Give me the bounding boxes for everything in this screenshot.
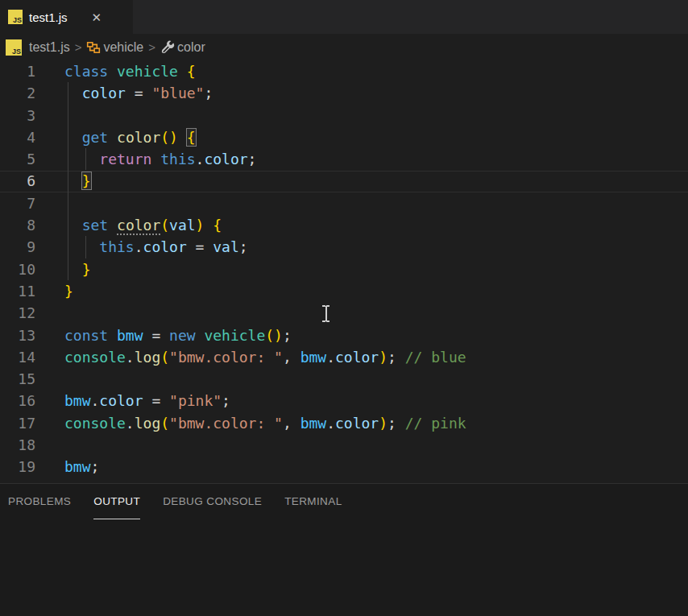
- line-number[interactable]: 11: [0, 280, 35, 302]
- line-number[interactable]: 6: [0, 170, 35, 192]
- code-line[interactable]: 17console.log("bmw.color: ", bmw.color);…: [0, 412, 688, 434]
- panel-tab-terminal[interactable]: TERMINAL: [284, 484, 342, 519]
- code-text: }: [64, 258, 91, 280]
- code-lines: 1class vehicle {2 color = "blue";34 get …: [0, 60, 688, 478]
- code-text: return this.color;: [64, 148, 256, 170]
- code-text: console.log("bmw.color: ", bmw.color); /…: [64, 346, 466, 368]
- code-line[interactable]: 1class vehicle {: [0, 60, 688, 82]
- panel-tab-debug-console[interactable]: DEBUG CONSOLE: [163, 484, 262, 519]
- code-line[interactable]: 18: [0, 434, 688, 456]
- code-line[interactable]: 19bmw;: [0, 456, 688, 478]
- symbol-property-wrench-icon: [160, 40, 175, 55]
- line-number[interactable]: 4: [0, 126, 35, 148]
- javascript-file-icon: JS: [6, 39, 22, 56]
- line-number[interactable]: 10: [0, 258, 35, 280]
- panel-tab-problems[interactable]: PROBLEMS: [8, 484, 71, 519]
- code-line[interactable]: 15: [0, 368, 688, 390]
- code-text: get color() {: [64, 126, 196, 148]
- code-line[interactable]: 11}: [0, 280, 688, 302]
- breadcrumb: JS test1.js > vehicle > color: [0, 34, 688, 60]
- code-line[interactable]: 13const bmw = new vehicle();: [0, 325, 688, 346]
- code-text: }: [64, 170, 91, 192]
- line-number[interactable]: 1: [0, 60, 35, 82]
- code-line[interactable]: 10 }: [0, 258, 688, 280]
- code-text: bmw;: [64, 456, 99, 478]
- code-text: class vehicle {: [64, 60, 196, 82]
- line-number[interactable]: 18: [0, 434, 35, 456]
- chevron-right-icon: >: [75, 40, 82, 54]
- code-line[interactable]: 5 return this.color;: [0, 148, 688, 170]
- line-number[interactable]: 7: [0, 192, 35, 214]
- chevron-right-icon: >: [148, 40, 155, 54]
- code-line[interactable]: 4 get color() {: [0, 126, 688, 148]
- line-number[interactable]: 16: [0, 390, 35, 411]
- line-number[interactable]: 14: [0, 346, 35, 368]
- line-number[interactable]: 2: [0, 82, 35, 104]
- code-text: }: [64, 280, 73, 302]
- code-text: set color(val) {: [64, 214, 222, 236]
- javascript-file-icon: JS: [8, 10, 23, 24]
- panel-tab-output[interactable]: OUTPUT: [93, 484, 140, 519]
- breadcrumb-item-class[interactable]: vehicle: [86, 40, 143, 55]
- symbol-class-icon: [86, 40, 101, 55]
- code-line[interactable]: 7: [0, 192, 688, 214]
- line-number[interactable]: 5: [0, 148, 35, 170]
- code-text: color = "blue";: [64, 82, 213, 104]
- tab-test1js[interactable]: JS test1.js ✕: [0, 0, 133, 34]
- breadcrumb-item-property[interactable]: color: [160, 40, 205, 55]
- line-number[interactable]: 15: [0, 368, 35, 390]
- breadcrumb-item-file[interactable]: JS test1.js: [6, 39, 70, 56]
- line-number[interactable]: 9: [0, 236, 35, 258]
- code-text: console.log("bmw.color: ", bmw.color); /…: [64, 412, 466, 434]
- breadcrumb-property-label: color: [177, 40, 205, 55]
- tab-label: test1.js: [29, 10, 68, 24]
- code-line[interactable]: 6 }: [0, 170, 688, 192]
- code-line[interactable]: 9 this.color = val;: [0, 236, 688, 258]
- code-line[interactable]: 16bmw.color = "pink";: [0, 390, 688, 411]
- line-number[interactable]: 19: [0, 456, 35, 478]
- vscode-window: JS test1.js ✕ JS test1.js > vehicle > co…: [0, 0, 688, 616]
- code-line[interactable]: 14console.log("bmw.color: ", bmw.color);…: [0, 346, 688, 368]
- line-number[interactable]: 3: [0, 105, 35, 126]
- code-line[interactable]: 2 color = "blue";: [0, 82, 688, 104]
- line-number[interactable]: 8: [0, 214, 35, 236]
- bottom-panel: PROBLEMSOUTPUTDEBUG CONSOLETERMINAL: [0, 483, 688, 616]
- code-editor[interactable]: 1class vehicle {2 color = "blue";34 get …: [0, 60, 688, 483]
- code-line[interactable]: 8 set color(val) {: [0, 214, 688, 236]
- close-icon[interactable]: ✕: [92, 11, 102, 23]
- code-text: bmw.color = "pink";: [64, 390, 230, 411]
- code-text: this.color = val;: [64, 236, 248, 258]
- breadcrumb-file-label: test1.js: [29, 40, 70, 55]
- line-number[interactable]: 13: [0, 325, 35, 346]
- code-text: const bmw = new vehicle();: [64, 325, 292, 346]
- breadcrumb-class-label: vehicle: [103, 40, 143, 55]
- editor-tab-bar: JS test1.js ✕: [0, 0, 688, 34]
- line-number[interactable]: 12: [0, 302, 35, 324]
- panel-tab-bar: PROBLEMSOUTPUTDEBUG CONSOLETERMINAL: [0, 484, 688, 519]
- line-number[interactable]: 17: [0, 412, 35, 434]
- code-line[interactable]: 12: [0, 302, 688, 324]
- code-line[interactable]: 3: [0, 105, 688, 126]
